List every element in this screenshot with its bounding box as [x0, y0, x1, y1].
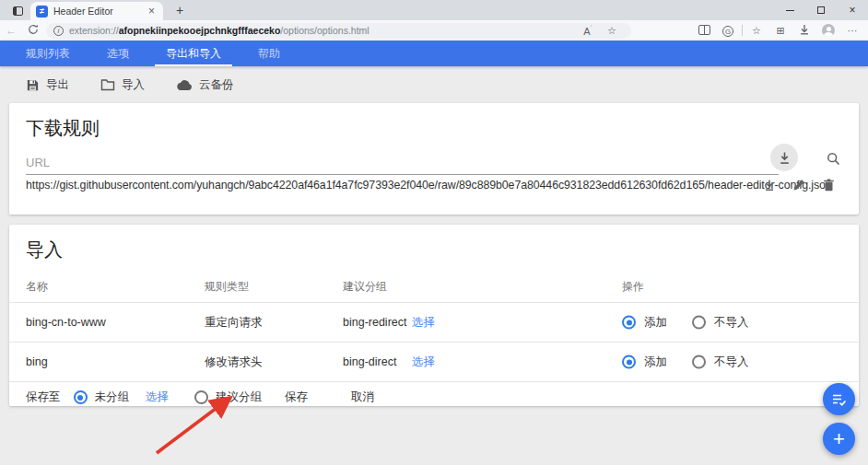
collections-icon[interactable]: ⊞ [768, 25, 792, 37]
table-row: bing-cn-to-www 重定向请求 bing-redirect 选择 添加… [9, 302, 859, 342]
url-field[interactable]: i extension://afopnekiinpekooejpchnkgfff… [46, 23, 631, 39]
close-button[interactable]: × [837, 0, 868, 20]
url-scheme: extension:// [69, 25, 119, 36]
tab-options[interactable]: 选项 [88, 41, 147, 66]
maximize-button[interactable] [805, 0, 837, 20]
operation-radios: 添加 不导入 [622, 355, 749, 370]
column-rule-type: 规则类型 [205, 279, 249, 295]
radio-skip[interactable] [692, 355, 706, 369]
import-label: 导入 [122, 77, 145, 93]
edit-url-button[interactable] [789, 175, 809, 195]
browser-tab[interactable]: ≠ Header Editor × [30, 2, 163, 20]
download-url-input[interactable]: URL [26, 151, 779, 175]
ungrouped-label[interactable]: 未分组 [95, 389, 130, 405]
back-icon[interactable]: ← [0, 24, 22, 37]
choose-group-link[interactable]: 选择 [412, 355, 435, 370]
browser-window: ≠ Header Editor × + × ← i extension://af… [0, 0, 868, 465]
save-icon [26, 78, 40, 92]
maximize-icon [817, 6, 825, 14]
rule-name: bing [26, 355, 48, 368]
import-footer: 保存至 未分组 选择 建议分组 保存 取消 [9, 381, 859, 413]
downloads-icon[interactable] [792, 24, 816, 37]
cloud-backup-button[interactable]: 云备份 [176, 77, 234, 93]
avatar-icon [822, 24, 835, 37]
address-bar: ← i extension://afopnekiinpekooejpchnkgf… [0, 20, 868, 41]
choose-save-group-link[interactable]: 选择 [146, 389, 169, 405]
radio-suggested-group[interactable] [194, 390, 208, 404]
tab-title: Header Editor [53, 6, 146, 17]
radio-skip[interactable] [692, 316, 706, 330]
import-button[interactable]: 导入 [100, 77, 145, 93]
download-rules-button[interactable] [770, 144, 798, 171]
url-input-placeholder: URL [26, 156, 50, 169]
suggested-group: bing-redirect [343, 316, 406, 329]
pencil-icon [792, 179, 805, 192]
download-url-action-button[interactable] [759, 175, 780, 195]
download-rules-title: 下载规则 [9, 103, 859, 141]
add-rule-fab[interactable]: + [823, 423, 855, 455]
radio-skip-label[interactable]: 不导入 [714, 315, 749, 331]
import-card: 导入 名称 规则类型 建议分组 操作 bing-cn-to-www 重定向请求 … [9, 225, 859, 406]
radio-skip-label[interactable]: 不导入 [714, 355, 749, 370]
delete-url-button[interactable] [818, 175, 839, 195]
settings-menu-icon[interactable]: ··· [840, 25, 864, 36]
profile-avatar[interactable] [816, 24, 840, 37]
table-row: bing 修改请求头 bing-direct 选择 添加 不导入 [9, 342, 859, 381]
tab-actions-button[interactable] [7, 3, 28, 18]
radio-add-label[interactable]: 添加 [644, 315, 667, 331]
column-name: 名称 [26, 279, 48, 295]
import-title: 导入 [9, 225, 859, 262]
rule-type: 重定向请求 [205, 315, 263, 331]
radio-add[interactable] [622, 316, 636, 330]
playlist-check-icon [831, 392, 847, 406]
tab-close-icon[interactable]: × [146, 5, 158, 17]
operation-radios: 添加 不导入 [622, 315, 749, 331]
batch-select-fab[interactable] [823, 383, 855, 415]
extension-nav-bar: 规则列表 选项 导出和导入 帮助 [0, 41, 868, 66]
extension-icon[interactable]: G [716, 25, 740, 37]
header-editor-favicon-icon: ≠ [36, 6, 48, 17]
suggested-group-label[interactable]: 建议分组 [216, 389, 262, 405]
radio-ungrouped[interactable] [74, 390, 88, 404]
read-aloud-icon[interactable]: Aʾ [576, 25, 600, 37]
address-bar-actions: G ☆ ⊞ ··· [692, 24, 868, 37]
save-to-label: 保存至 [26, 389, 61, 405]
browser-titlebar: ≠ Header Editor × + × [0, 0, 868, 20]
save-button[interactable]: 保存 [277, 386, 315, 409]
choose-group-link[interactable]: 选择 [412, 315, 435, 331]
cloud-icon [176, 79, 193, 91]
saved-download-url: https://gist.githubusercontent.com/yuhan… [26, 179, 754, 192]
rule-name: bing-cn-to-www [26, 316, 106, 329]
url-path: /options/options.html [280, 25, 369, 36]
tab-rule-list[interactable]: 规则列表 [7, 41, 88, 66]
search-rules-button[interactable] [822, 147, 844, 169]
column-suggested-group: 建议分组 [343, 279, 387, 295]
radio-add[interactable] [622, 355, 636, 369]
refresh-icon[interactable] [22, 24, 44, 38]
split-screen-icon[interactable] [692, 25, 716, 37]
cancel-button[interactable]: 取消 [344, 386, 381, 409]
minimize-button[interactable] [774, 0, 805, 20]
cloud-backup-label: 云备份 [199, 77, 234, 93]
saved-url-actions [759, 175, 839, 195]
export-button[interactable]: 导出 [26, 77, 69, 93]
page-content: 导出 导入 云备份 下载规则 URL https://gist.git [0, 66, 868, 465]
site-info-icon[interactable]: i [53, 26, 64, 36]
minimize-icon [786, 10, 794, 11]
tab-help[interactable]: 帮助 [240, 41, 299, 66]
action-toolbar: 导出 导入 云备份 [0, 66, 868, 103]
tab-export-import[interactable]: 导出和导入 [147, 41, 240, 66]
window-controls: × [774, 0, 868, 20]
favorites-bar-icon[interactable]: ☆ [745, 25, 768, 37]
export-label: 导出 [46, 77, 69, 93]
url-host: afopnekiinpekooejpchnkgfffaeceko [119, 25, 281, 36]
download-icon [778, 151, 792, 165]
trash-icon [823, 179, 835, 192]
download-rules-card: 下载规则 URL https://gist.githubusercontent.… [9, 103, 859, 215]
add-favorite-icon[interactable]: ☆ [600, 25, 624, 37]
radio-add-label[interactable]: 添加 [644, 355, 667, 370]
download-icon [763, 179, 776, 192]
new-tab-button[interactable]: + [170, 3, 189, 18]
vertical-tabs-icon [13, 6, 23, 16]
folder-icon [100, 78, 115, 91]
